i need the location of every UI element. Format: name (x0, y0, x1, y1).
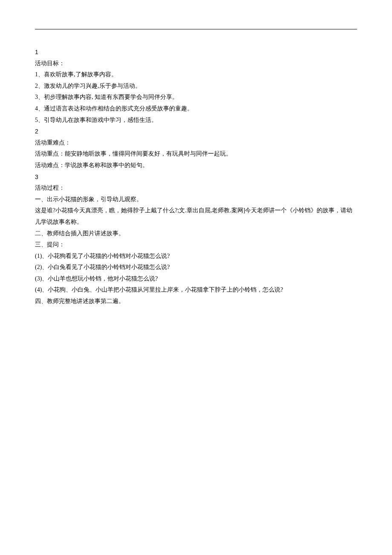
body-line: 1、喜欢听故事,了解故事内容。 (35, 69, 357, 81)
document-page: 1 活动目标： 1、喜欢听故事,了解故事内容。 2、激发幼儿的学习兴趣,乐于参与… (0, 0, 392, 307)
section-2: 2 活动重难点： 活动重点：能安静地听故事，懂得同伴间要友好，有玩具时与同伴一起… (35, 126, 357, 171)
body-line: 二、教师结合插入图片讲述故事。 (35, 228, 357, 240)
body-line: 这是谁?小花猫今天真漂亮，瞧，她得脖子上戴了什么?;文.章出自屈,老师教.案网]… (35, 205, 357, 228)
body-line: 3、初步理解故事内容, 知道有东西要学会与同伴分享。 (35, 92, 357, 103)
section-heading: 活动目标： (35, 58, 357, 69)
body-line: 活动重点：能安静地听故事，懂得同伴间要友好，有玩具时与同伴一起玩。 (35, 148, 357, 160)
horizontal-rule (35, 29, 357, 29)
section-number: 3 (35, 171, 357, 183)
body-line: 活动难点：学说故事名称和故事中的短句。 (35, 160, 357, 171)
section-number: 1 (35, 46, 357, 58)
body-line: (2)、小白兔看见了小花猫的小铃铛对小花猫怎么说? (35, 262, 357, 273)
body-line: 四、教师完整地讲述故事第二遍。 (35, 296, 357, 307)
section-3: 3 活动过程： 一、出示小花猫的形象，引导幼儿观察。 这是谁?小花猫今天真漂亮，… (35, 171, 357, 307)
body-line: 一、出示小花猫的形象，引导幼儿观察。 (35, 194, 357, 205)
body-line: (4)、小花狗、小白兔、小山羊把小花猫从河里拉上岸来，小花猫拿下脖子上的小铃铛，… (35, 284, 357, 296)
section-heading: 活动重难点： (35, 137, 357, 149)
body-line: 4、通过语言表达和动作相结合的形式充分感受故事的童趣。 (35, 103, 357, 115)
body-line: 三、提问： (35, 239, 357, 251)
body-line: 2、激发幼儿的学习兴趣,乐于参与活动。 (35, 81, 357, 92)
body-line: (1)、小花狗看见了小花猫的小铃铛对小花猫怎么说? (35, 251, 357, 262)
body-line: 5、引导幼儿在故事和游戏中学习，感悟生活。 (35, 115, 357, 126)
body-line: (3)、小山羊也想玩小铃铛，他对小花猫怎么说? (35, 273, 357, 285)
section-1: 1 活动目标： 1、喜欢听故事,了解故事内容。 2、激发幼儿的学习兴趣,乐于参与… (35, 46, 357, 126)
section-heading: 活动过程： (35, 182, 357, 194)
section-number: 2 (35, 126, 357, 137)
